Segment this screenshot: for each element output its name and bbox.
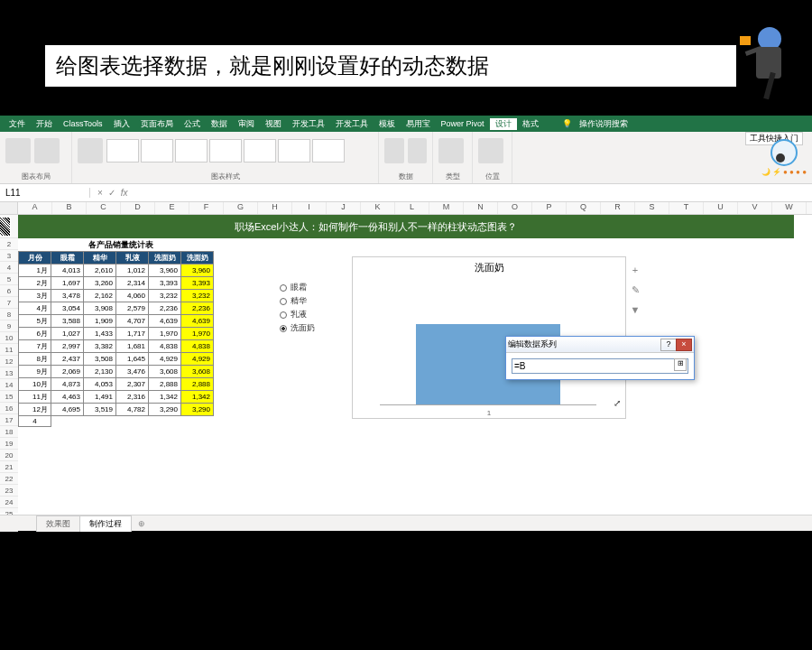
worksheet-grid[interactable]: 1234567891011121314151617181920212223242… <box>0 215 812 513</box>
table-cell[interactable]: 2,437 <box>51 353 84 366</box>
table-cell[interactable]: 2,236 <box>149 302 181 315</box>
table-cell[interactable]: 2,610 <box>84 265 116 277</box>
edit-series-dialog[interactable]: 编辑数据系列 ? × ⊞ <box>505 336 695 380</box>
add-sheet-button[interactable]: ⊕ <box>131 517 152 530</box>
table-row[interactable]: 5月3,5881,9094,7074,6394,639 <box>19 315 214 328</box>
assistant-tools-icons[interactable]: 🌙 ⚡ ● ● ● ● <box>761 168 807 176</box>
row-header[interactable]: 5 <box>0 274 18 285</box>
change-colors-icon[interactable] <box>78 138 103 163</box>
dialog-titlebar[interactable]: 编辑数据系列 ? × <box>506 337 694 353</box>
row-header[interactable]: 3 <box>0 250 18 262</box>
table-cell[interactable]: 4,013 <box>51 265 84 277</box>
row-header[interactable]: 23 <box>0 485 18 497</box>
chart-title[interactable]: 洗面奶 <box>353 257 625 278</box>
table-cell[interactable]: 4,707 <box>116 315 149 328</box>
table-cell[interactable]: 3,393 <box>181 277 214 290</box>
column-header[interactable]: C <box>87 202 121 214</box>
row-header[interactable]: 10 <box>0 332 18 344</box>
select-all-corner[interactable] <box>0 202 18 214</box>
table-cell[interactable]: 4,838 <box>181 340 214 353</box>
column-header[interactable]: K <box>361 202 395 214</box>
quick-layout-icon[interactable] <box>34 138 60 163</box>
table-cell[interactable]: 2,314 <box>116 277 149 290</box>
table-row[interactable]: 9月2,0692,1303,4763,6083,608 <box>19 366 214 378</box>
ribbon-tab[interactable]: 页面布局 <box>135 118 179 130</box>
column-header[interactable]: Q <box>567 202 601 214</box>
table-header-cell[interactable]: 精华 <box>84 252 116 265</box>
table-cell[interactable]: 4月 <box>19 302 51 315</box>
fx-cancel-icon[interactable]: × <box>97 188 103 198</box>
table-cell[interactable]: 4,782 <box>116 404 149 416</box>
row-header[interactable]: 19 <box>0 438 18 450</box>
column-header[interactable]: M <box>429 202 464 214</box>
row-header[interactable]: 12 <box>0 356 18 367</box>
ribbon-tab[interactable]: 审阅 <box>233 118 260 130</box>
radio-option[interactable]: 洗面奶 <box>280 322 315 334</box>
row-header[interactable]: 16 <box>0 403 18 414</box>
table-cell[interactable]: 4,060 <box>116 290 149 302</box>
fx-function-icon[interactable]: fx <box>121 188 128 198</box>
column-header[interactable]: S <box>635 202 669 214</box>
column-header[interactable]: G <box>224 202 258 214</box>
table-cell[interactable]: 3,290 <box>181 404 214 416</box>
row-header[interactable]: 9 <box>0 320 18 332</box>
table-cell[interactable]: 1,909 <box>84 315 116 328</box>
table-cell[interactable]: 3,608 <box>181 366 214 378</box>
table-cell[interactable]: 1,342 <box>181 391 214 404</box>
table-cell[interactable]: 1,012 <box>116 265 149 277</box>
select-data-icon[interactable] <box>408 138 428 163</box>
table-cell[interactable]: 1,717 <box>116 328 149 340</box>
table-cell[interactable]: 4,838 <box>149 340 181 353</box>
table-cell[interactable]: 2,236 <box>181 302 214 315</box>
table-cell[interactable]: 1,970 <box>181 328 214 340</box>
table-cell[interactable]: 10月 <box>19 378 51 391</box>
table-header-cell[interactable]: 月份 <box>19 252 51 265</box>
table-cell[interactable]: 4,053 <box>84 378 116 391</box>
ribbon-tab[interactable]: ClassTools <box>58 119 108 128</box>
dialog-close-button[interactable]: × <box>676 339 692 351</box>
chart-styles-gallery[interactable] <box>106 139 345 162</box>
table-cell[interactable]: 2,316 <box>116 391 149 404</box>
table-cell[interactable]: 2,069 <box>51 366 84 378</box>
data-table[interactable]: 月份眼霜精华乳液洗面奶洗面奶1月4,0132,6101,0123,9603,96… <box>18 251 214 427</box>
table-row[interactable]: 8月2,4373,5081,6454,9294,929 <box>19 353 214 366</box>
column-header[interactable]: H <box>258 202 292 214</box>
radio-option[interactable]: 眼霜 <box>280 282 315 293</box>
row-header[interactable]: 18 <box>0 426 18 438</box>
sheet-tab-1[interactable]: 效果图 <box>36 515 80 532</box>
dialog-help-button[interactable]: ? <box>660 339 677 351</box>
table-row[interactable]: 7月2,9973,3821,6814,8384,838 <box>19 340 214 353</box>
table-cell[interactable]: 4,695 <box>51 404 84 416</box>
column-header[interactable]: J <box>327 202 361 214</box>
table-cell[interactable]: 3,519 <box>84 404 116 416</box>
range-picker-icon[interactable]: ⊞ <box>674 358 687 371</box>
row-header[interactable]: 15 <box>0 391 18 403</box>
table-row[interactable]: 6月1,0271,4331,7171,9701,970 <box>19 328 214 340</box>
table-cell[interactable]: 3,393 <box>149 277 181 290</box>
row-header[interactable]: 4 <box>0 262 18 274</box>
table-row[interactable]: 10月4,8734,0532,3072,8882,888 <box>19 378 214 391</box>
table-cell[interactable]: 1,645 <box>116 353 149 366</box>
table-cell[interactable]: 1月 <box>19 265 51 277</box>
row-header[interactable]: 8 <box>0 309 18 320</box>
table-cell[interactable]: 12月 <box>19 404 51 416</box>
table-row[interactable]: 1月4,0132,6101,0123,9603,960 <box>19 265 214 277</box>
ribbon-tab[interactable]: 开发工具 <box>330 118 374 130</box>
table-cell[interactable]: 2,307 <box>116 378 149 391</box>
table-cell[interactable]: 3,382 <box>84 340 116 353</box>
table-cell[interactable]: 2,579 <box>116 302 149 315</box>
table-cell[interactable]: 1,433 <box>84 328 116 340</box>
table-row[interactable]: 3月3,4782,1624,0603,2323,232 <box>19 290 214 302</box>
radio-option[interactable]: 乳液 <box>280 309 315 320</box>
table-cell[interactable]: 3,476 <box>116 366 149 378</box>
table-cell[interactable]: 8月 <box>19 353 51 366</box>
table-cell[interactable]: 1,697 <box>51 277 84 290</box>
table-cell[interactable]: 4,929 <box>149 353 181 366</box>
ribbon-tab[interactable]: 格式 <box>517 118 544 130</box>
table-cell[interactable]: 3,054 <box>51 302 84 315</box>
table-cell[interactable]: 1,491 <box>84 391 116 404</box>
column-header[interactable]: D <box>121 202 155 214</box>
table-cell[interactable]: 3,232 <box>149 290 181 302</box>
table-header-cell[interactable]: 洗面奶 <box>181 252 214 265</box>
ribbon-tab[interactable]: 开始 <box>31 118 58 130</box>
